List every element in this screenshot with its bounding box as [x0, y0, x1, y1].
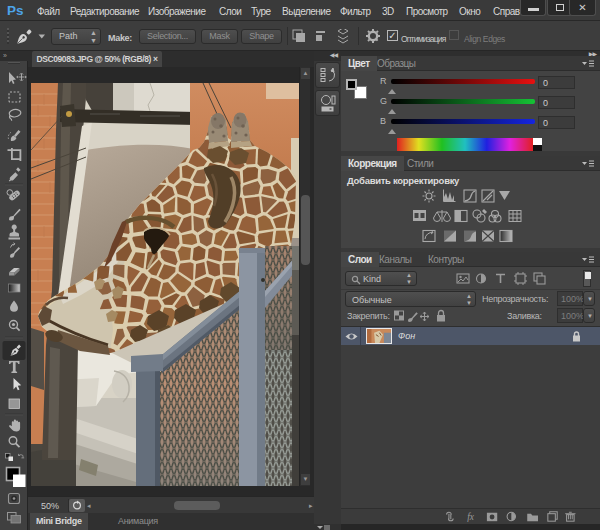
svg-text:fx: fx: [467, 512, 475, 522]
